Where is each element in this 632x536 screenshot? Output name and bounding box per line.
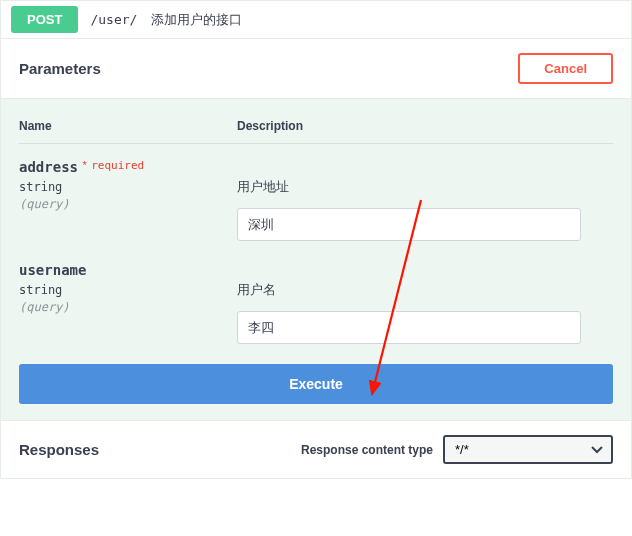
response-content-type-select-wrap: */* — [443, 435, 613, 464]
column-header-description: Description — [237, 119, 613, 133]
responses-title: Responses — [19, 441, 99, 458]
parameter-description: 用户地址 — [237, 178, 613, 196]
parameter-name: address — [19, 159, 78, 175]
column-header-name: Name — [19, 119, 237, 133]
parameter-desc-cell: 用户名 — [237, 261, 613, 344]
operation-block: POST /user/ 添加用户的接口 Parameters Cancel Na… — [0, 0, 632, 479]
parameter-name-cell: username string (query) — [19, 261, 237, 314]
execute-button[interactable]: Execute — [19, 364, 613, 404]
parameter-in: (query) — [19, 197, 237, 211]
responses-right-group: Response content type */* — [301, 435, 613, 464]
parameter-in: (query) — [19, 300, 237, 314]
required-label: required — [91, 159, 144, 172]
parameter-row: username string (query) 用户名 — [19, 261, 613, 344]
parameter-row: address * required string (query) 用户地址 — [19, 158, 613, 241]
http-method-badge: POST — [11, 6, 78, 33]
response-content-type-label: Response content type — [301, 443, 433, 457]
parameter-input-username[interactable] — [237, 311, 581, 344]
responses-bar: Responses Response content type */* — [1, 420, 631, 478]
response-content-type-select[interactable]: */* — [443, 435, 613, 464]
parameters-bar: Parameters Cancel — [1, 38, 631, 98]
parameter-name-cell: address * required string (query) — [19, 158, 237, 211]
parameter-description: 用户名 — [237, 281, 613, 299]
operation-summary: 添加用户的接口 — [151, 11, 242, 29]
parameters-header-row: Name Description — [19, 119, 613, 144]
parameters-body: Name Description address * required stri… — [1, 98, 631, 420]
parameter-name: username — [19, 262, 86, 278]
operation-path: /user/ — [90, 12, 137, 27]
parameter-desc-cell: 用户地址 — [237, 158, 613, 241]
operation-header[interactable]: POST /user/ 添加用户的接口 — [1, 1, 631, 38]
parameter-type: string — [19, 283, 237, 297]
required-star-icon: * — [82, 159, 86, 171]
operation-path-wrap: /user/ 添加用户的接口 — [90, 11, 242, 29]
parameter-input-address[interactable] — [237, 208, 581, 241]
parameters-title: Parameters — [19, 60, 101, 77]
parameter-type: string — [19, 180, 237, 194]
cancel-button[interactable]: Cancel — [518, 53, 613, 84]
